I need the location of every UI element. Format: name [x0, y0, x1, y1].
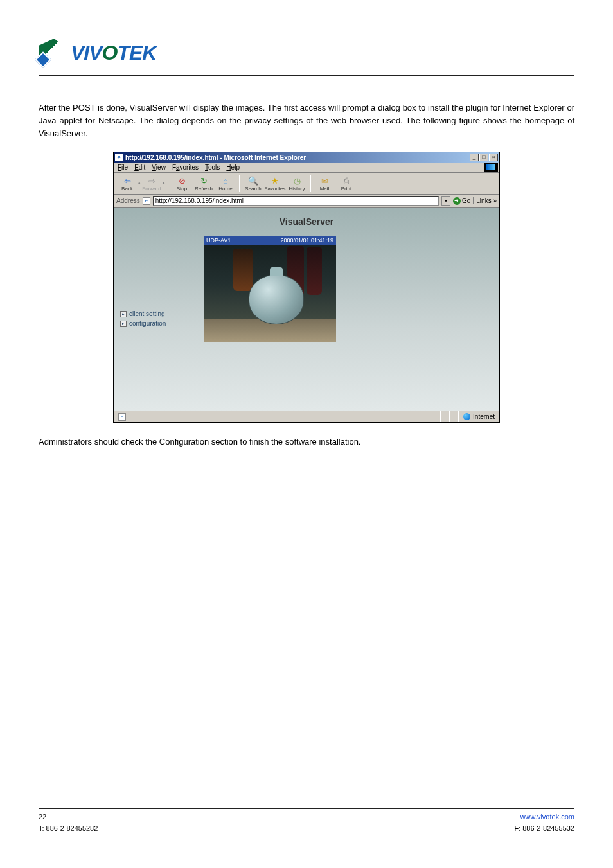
minimize-button[interactable]: _	[470, 154, 479, 161]
status-seg-1	[441, 411, 450, 422]
sidebar-item-client-setting[interactable]: ▸ client setting	[120, 310, 166, 317]
address-dropdown-icon[interactable]: ▾	[441, 196, 450, 206]
mail-button[interactable]: ✉Mail	[314, 175, 335, 191]
footer-link[interactable]: www.vivotek.com	[520, 813, 574, 820]
ie-toolbar: ⇦Back • ⇨Forward • ⊘Stop ↻Refresh ⌂Home …	[114, 173, 499, 195]
menu-view[interactable]: View	[152, 164, 166, 171]
menu-edit[interactable]: Edit	[134, 164, 145, 171]
stop-button[interactable]: ⊘Stop	[171, 175, 193, 191]
vivotek-logo: VIVOTEK	[39, 39, 574, 67]
done-icon: e	[118, 413, 126, 421]
print-button[interactable]: ⎙Print	[335, 175, 357, 191]
paragraph-1: After the POST is done, VisualServer wil…	[39, 102, 574, 140]
status-left: e	[114, 411, 441, 422]
video-frame	[204, 245, 336, 342]
forward-button[interactable]: ⇨Forward	[141, 175, 163, 191]
links-toolbar[interactable]: Links »	[473, 197, 497, 204]
address-input[interactable]: http://192.168.0.195/index.html	[153, 196, 439, 206]
paragraph-2: Administrators should check the Configur…	[39, 436, 574, 448]
menu-tools[interactable]: Tools	[205, 164, 220, 171]
video-timestamp: 2000/01/01 01:41:19	[280, 237, 333, 244]
logo-mark-icon	[39, 39, 67, 67]
ie-titlebar: e http://192.168.0.195/index.html - Micr…	[114, 152, 499, 163]
logo-text: VIVOTEK	[71, 41, 156, 65]
bullet-icon: ▸	[120, 321, 127, 327]
page-number: 22	[39, 813, 46, 820]
home-button[interactable]: ⌂Home	[215, 175, 236, 191]
bullet-icon: ▸	[120, 311, 127, 317]
ie-window: e http://192.168.0.195/index.html - Micr…	[113, 152, 500, 423]
address-label: Address	[116, 197, 140, 204]
video-panel: UDP-AV1 2000/01/01 01:41:19	[204, 236, 336, 342]
search-button[interactable]: 🔍Search	[242, 175, 264, 191]
ie-window-title: http://192.168.0.195/index.html - Micros…	[125, 154, 470, 161]
ie-status-bar: e Internet	[114, 411, 499, 422]
ie-throbber-icon	[484, 163, 498, 172]
back-button[interactable]: ⇦Back	[116, 175, 138, 191]
sidebar-label-client-setting: client setting	[129, 310, 165, 317]
video-protocol-label: UDP-AV1	[206, 237, 231, 244]
status-zone: Internet	[459, 411, 499, 422]
menu-file[interactable]: FFileile	[118, 164, 128, 171]
header-divider	[39, 75, 574, 76]
status-seg-2	[450, 411, 459, 422]
favorites-button[interactable]: ★Favorites	[264, 175, 286, 191]
menu-help[interactable]: Help	[226, 164, 240, 171]
globe-icon	[463, 413, 470, 420]
footer-fax: F: 886-2-82455532	[514, 824, 574, 832]
ie-menubar: FFileile Edit View Favorites Tools Help	[114, 163, 499, 173]
page-icon: e	[143, 197, 150, 205]
refresh-button[interactable]: ↻Refresh	[193, 175, 215, 191]
go-button[interactable]: ➜Go	[453, 197, 470, 205]
close-button[interactable]: ×	[489, 154, 498, 161]
page-footer: 22 www.vivotek.com T: 886-2-82455282 F: …	[39, 782, 574, 832]
video-caption-bar: UDP-AV1 2000/01/01 01:41:19	[204, 236, 336, 245]
page-title: VisualServer	[114, 208, 499, 227]
maximize-button[interactable]: □	[479, 154, 488, 161]
sidebar-label-configuration: configuration	[129, 320, 166, 327]
history-button[interactable]: ◷History	[286, 175, 308, 191]
menu-favorites[interactable]: Favorites	[172, 164, 199, 171]
sidebar-item-configuration[interactable]: ▸ configuration	[120, 320, 166, 327]
vs-sidebar: ▸ client setting ▸ configuration	[120, 310, 166, 330]
footer-tel: T: 886-2-82455282	[39, 824, 98, 832]
ie-app-icon: e	[115, 154, 123, 161]
ie-content-area: VisualServer ▸ client setting ▸ configur…	[114, 208, 499, 411]
ie-address-bar: Address e http://192.168.0.195/index.htm…	[114, 195, 499, 208]
footer-divider	[39, 808, 574, 809]
